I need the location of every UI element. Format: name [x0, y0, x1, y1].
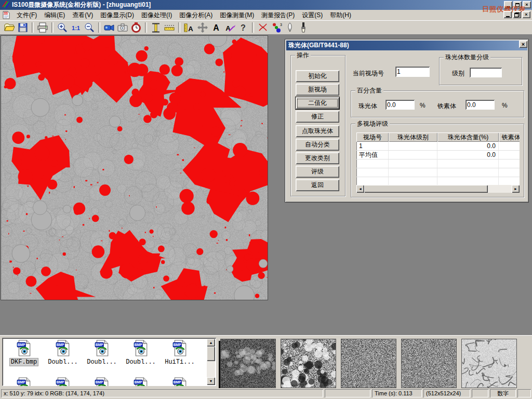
menu-image-display[interactable]: 图像显示(D)	[97, 10, 138, 21]
help-icon[interactable]: ?	[236, 21, 250, 34]
svg-text:BMP: BMP	[135, 343, 142, 347]
minimize-button[interactable]	[504, 1, 512, 8]
thumbnail-2[interactable]	[281, 339, 336, 388]
file-item[interactable]: BMP HuiTi...	[161, 340, 198, 366]
scroll-left-button[interactable]: ◄	[356, 185, 364, 193]
maximize-button[interactable]	[513, 1, 522, 8]
file-item[interactable]: BMP	[122, 377, 159, 386]
pen-icon[interactable]	[283, 21, 297, 34]
camera-icon[interactable]	[116, 21, 129, 34]
menu-measure-report[interactable]: 测量报告(P)	[258, 10, 298, 21]
rate-button[interactable]: 评级	[296, 166, 339, 178]
scroll-track[interactable]	[488, 185, 512, 193]
video-camera-icon[interactable]	[102, 21, 116, 34]
cell-ferrite	[499, 142, 520, 150]
return-button[interactable]: 返回	[296, 179, 339, 191]
mdi-child-controls: ×	[503, 11, 530, 18]
new-field-button[interactable]: 新视场	[296, 84, 339, 96]
save-icon[interactable]	[16, 21, 30, 34]
scroll-track[interactable]	[207, 361, 215, 377]
file-item[interactable]: BMP	[5, 377, 43, 386]
scroll-down-button[interactable]: ▼	[207, 377, 215, 385]
dialog-title-bar[interactable]: 珠光体(GB/T9441-88)	[286, 41, 527, 50]
close-button[interactable]: ×	[523, 1, 531, 8]
print-icon[interactable]	[36, 21, 49, 34]
brush-icon[interactable]	[297, 21, 310, 34]
menu-view[interactable]: 查看(V)	[69, 10, 97, 21]
pick-pearlite-button[interactable]: 点取珠光体	[296, 125, 339, 137]
mdi-restore-button[interactable]	[513, 11, 521, 18]
status-empty-3	[517, 389, 531, 397]
level-input[interactable]	[470, 68, 502, 77]
curve-icon[interactable]	[256, 21, 270, 34]
thumbnail-3[interactable]	[341, 339, 396, 388]
filmstrip-panel: BMP DKF.bmp BMP Doubl... BMP Doubl... BM…	[0, 335, 532, 388]
col-pearlite-amount[interactable]: 珠光体含量(%)	[437, 132, 499, 142]
count-dots-icon[interactable]: 3	[270, 21, 283, 34]
menu-file[interactable]: 文件(F)	[13, 10, 41, 21]
menu-image-processing[interactable]: 图像处理(I)	[138, 10, 176, 21]
scroll-right-button[interactable]: ►	[512, 185, 520, 193]
col-pearlite-level[interactable]: 珠光体级别	[389, 132, 437, 142]
mdi-close-button[interactable]: ×	[522, 11, 530, 18]
file-item[interactable]: BMP Doubl...	[83, 340, 121, 366]
table-row-empty	[356, 159, 520, 168]
scroll-thumb[interactable]	[207, 347, 215, 361]
change-class-button[interactable]: 更改类别	[296, 152, 339, 164]
menu-help[interactable]: 帮助(H)	[326, 10, 355, 21]
dialog-close-button[interactable]: ×	[519, 41, 527, 48]
scroll-up-button[interactable]: ▲	[207, 339, 215, 347]
table-row[interactable]: 1 0.0	[356, 142, 520, 151]
col-field-no[interactable]: 视场号	[356, 132, 389, 142]
col-ferrite-amount[interactable]: 铁素体含量(%)	[499, 132, 520, 142]
pearlite-percent-input[interactable]	[385, 100, 415, 110]
percent-group: 百分含量 珠光体 % 铁素体 %	[351, 90, 524, 117]
correct-button[interactable]: 修正	[296, 111, 339, 123]
minimize-icon	[507, 6, 510, 7]
file-item[interactable]: BMP DKF.bmp	[5, 340, 43, 366]
table-row-empty	[356, 168, 520, 177]
document-icon[interactable]: DOC	[2, 11, 10, 19]
timer-icon[interactable]	[129, 21, 143, 34]
pearlite-label: 珠光体	[358, 102, 377, 111]
zoom-out-icon[interactable]	[83, 21, 96, 34]
zoom-in-icon[interactable]	[56, 21, 69, 34]
file-item[interactable]: BMP	[83, 377, 121, 386]
file-browser: BMP DKF.bmp BMP Doubl... BMP Doubl... BM…	[2, 338, 216, 386]
current-field-input[interactable]	[395, 66, 430, 77]
menu-image-measure[interactable]: 图像测量(M)	[216, 10, 258, 21]
open-icon[interactable]	[3, 21, 16, 34]
thumbnail-4[interactable]	[401, 339, 457, 388]
status-bar: x: 510 y: 79 idx: 0 RGB: (174, 174, 174)…	[0, 388, 532, 399]
move-icon[interactable]	[196, 21, 209, 34]
menu-settings[interactable]: 设置(S)	[298, 10, 326, 21]
ruler-icon[interactable]	[163, 21, 176, 34]
svg-text:A: A	[213, 23, 219, 32]
menu-edit[interactable]: 编辑(E)	[41, 10, 69, 21]
thumbnail-5[interactable]	[461, 339, 517, 388]
file-item[interactable]: BMP Doubl...	[44, 340, 82, 366]
bmp-file-icon: BMP	[94, 351, 110, 358]
menu-image-analysis[interactable]: 图像分析(A)	[176, 10, 216, 21]
file-name: Doubl...	[125, 358, 157, 366]
grading-group-label: 珠光体数量分级	[444, 54, 490, 61]
text-icon[interactable]: A	[209, 21, 223, 34]
table-row[interactable]: 平均值 0.0	[356, 151, 520, 159]
measure-text-icon[interactable]: A	[182, 21, 196, 34]
initialize-button[interactable]: 初始化	[296, 70, 339, 82]
ferrite-percent-input[interactable]	[466, 100, 495, 110]
binarize-button[interactable]: 二值化	[296, 97, 339, 109]
one-to-one-icon[interactable]: 1:1	[69, 21, 83, 34]
mdi-minimize-button[interactable]	[503, 11, 512, 18]
thumbnail-1[interactable]	[220, 339, 276, 388]
file-item[interactable]: BMP Doubl...	[122, 340, 159, 366]
file-item[interactable]: BMP	[44, 377, 82, 386]
auto-classify-button[interactable]: 自动分类	[296, 139, 339, 151]
caliper-icon[interactable]	[149, 21, 163, 34]
text-edit-icon[interactable]: A	[223, 21, 236, 34]
svg-text:BMP: BMP	[18, 343, 25, 347]
svg-text:BMP: BMP	[174, 380, 181, 384]
scroll-thumb[interactable]	[364, 185, 488, 193]
micrograph-image[interactable]	[1, 35, 268, 300]
file-item[interactable]: BMP	[161, 377, 198, 386]
